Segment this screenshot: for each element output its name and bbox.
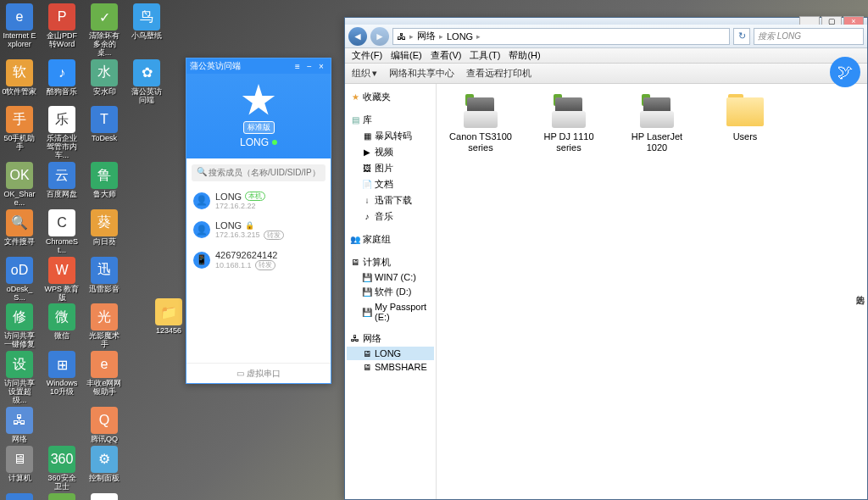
forward-button[interactable]: ► [370, 27, 389, 46]
homegroup-icon: 👥 [350, 235, 360, 245]
back-button[interactable]: ◄ [348, 27, 367, 46]
desktop-icon-odesk[interactable]: oDoDesk_S... [2, 257, 37, 303]
menu-edit[interactable]: 编辑(E) [387, 49, 426, 62]
vpn-title: 蒲公英访问端 [190, 60, 292, 72]
search-box[interactable]: 搜索 LONG [754, 28, 864, 45]
desktop-icon-network[interactable]: 🖧网络 [2, 407, 37, 444]
avatar-icon: 👤 [193, 192, 210, 209]
tree-item[interactable]: 🖼图片 [347, 160, 434, 176]
vpn-search-input[interactable] [192, 164, 326, 181]
explorer-content: Canon TS3100 series HP DJ 1110 series HP… [437, 84, 867, 499]
refresh-button[interactable]: ↻ [733, 28, 750, 45]
minimize-icon[interactable]: − [303, 62, 315, 71]
window-chrome: _ ▢ × [345, 18, 867, 25]
desktop-icon-baidu[interactable]: 云百度网盘 [44, 162, 80, 208]
remote-printer-button[interactable]: 查看远程打印机 [466, 67, 531, 80]
tree-item[interactable]: 💾WIN7 (C:) [347, 270, 434, 284]
content-item-printer[interactable]: Canon TS3100 series [447, 94, 515, 153]
menu-help[interactable]: 帮助(H) [505, 49, 543, 62]
content-item-printer[interactable]: HP DJ 1110 series [535, 94, 603, 153]
desktop-folder-123456[interactable]: 📁123456 [151, 298, 186, 336]
printer-icon [548, 94, 589, 128]
desktop-icon-phone[interactable]: 手50手机助手 [2, 106, 37, 160]
desktop-icon-sharefix[interactable]: 修访问共享一键修复 [2, 303, 37, 349]
tree-item[interactable]: 💾软件 (D:) [347, 284, 434, 300]
desktop-icon-shareset[interactable]: 设访问共享设置超级... [2, 351, 37, 405]
desktop-icon-xunlei[interactable]: 迅迅雷影音 [86, 257, 122, 303]
lock-icon: 🔒 [245, 221, 254, 230]
organize-button[interactable]: 组织 ▾ [352, 67, 377, 80]
content-item-folder[interactable]: Users [711, 94, 779, 153]
vpn-username: LONG [240, 136, 277, 148]
search-icon: 🔍 [197, 167, 207, 176]
desktop-icon-clean[interactable]: ✓清除坏有多余的桌... [86, 3, 122, 58]
desktop-icon-magic[interactable]: 光光影魔术手 [86, 303, 122, 349]
desktop-icon-okshare[interactable]: OKOK_Share... [2, 162, 37, 208]
desktop-icon-grid: eInternet Explorer P金山PDF转Word ✓清除坏有多余的桌… [2, 3, 171, 500]
tree-item[interactable]: ♪音乐 [347, 208, 434, 225]
desktop-icon-pdf[interactable]: P金山PDF转Word [44, 3, 80, 58]
desktop-icon-lu[interactable]: 鲁鲁大师 [86, 162, 122, 208]
tree-item-smb[interactable]: 🖥SMBSHARE [347, 360, 434, 374]
device-icon: 📱 [193, 252, 210, 269]
vpn-window: 蒲公英访问端 ≡ − × 标准版 LONG 🔍 👤 LONG本机 172.16.… [186, 58, 331, 384]
tree-favorites[interactable]: ★收藏夹 [347, 89, 434, 105]
desktop-icon-chromest[interactable]: CChromeSt... [44, 209, 80, 255]
printer-icon [637, 94, 677, 128]
desktop-icon-computer[interactable]: 🖥计算机 [2, 446, 37, 492]
menu-icon[interactable]: ≡ [292, 62, 303, 71]
address-bar[interactable]: 🖧▸ 网络▸ LONG▸ [392, 28, 730, 45]
desktop-icon-vpn[interactable]: ✿蒲公英访问端 [129, 59, 164, 105]
share-center-button[interactable]: 网络和共享中心 [389, 67, 454, 80]
desktop-icon-water[interactable]: 水安水印 [86, 59, 122, 105]
explorer-nav: ◄ ► 🖧▸ 网络▸ LONG▸ ↻ 搜索 LONG [345, 25, 867, 48]
desktop-icon-kugou[interactable]: ♪酷狗音乐 [44, 59, 80, 105]
desktop-icon-thunder[interactable]: ↓迅雷 [2, 493, 37, 500]
desktop-icon-win10[interactable]: ⊞Windows 10升级 [44, 351, 80, 405]
tree-network[interactable]: 🖧网络 [347, 331, 434, 347]
desktop-icon-ie[interactable]: eInternet Explorer [2, 3, 37, 58]
vpn-footer[interactable]: ▭ 虚拟串口 [186, 363, 331, 383]
printer-icon [460, 94, 501, 128]
vpn-badge: 标准版 [243, 121, 275, 134]
desktop-icon-qq[interactable]: Q腾讯QQ [86, 407, 122, 444]
tree-computer[interactable]: 🖥计算机 [347, 254, 434, 270]
tree-item[interactable]: ▶视频 [347, 144, 434, 160]
content-item-printer[interactable]: HP LaserJet 1020 [623, 94, 691, 153]
tree-library[interactable]: ▤库 [347, 112, 434, 128]
desktop-icon-todesk[interactable]: TToDesk [86, 106, 122, 160]
close-icon[interactable]: × [315, 62, 327, 71]
tree-item[interactable]: 💾My Passport (E:) [347, 300, 434, 324]
tree-item[interactable]: ↓迅雷下载 [347, 192, 434, 208]
desktop-icon-sunflower[interactable]: 葵向日葵 [86, 209, 122, 255]
vpn-member-item[interactable]: 👤 LONG🔒 172.16.3.215转发 [186, 215, 331, 246]
vpn-member-item[interactable]: 📱 426792624142 10.168.1.1转发 [186, 245, 331, 275]
menu-file[interactable]: 文件(F) [348, 49, 386, 62]
desktop-icon-bank[interactable]: e丰收e网网银助手 [86, 351, 122, 405]
network-icon: 🖧 [350, 334, 360, 344]
avatar-icon: 👤 [193, 221, 210, 238]
tree-item[interactable]: 📄文档 [347, 176, 434, 192]
tree-item-long[interactable]: 🖥LONG [347, 347, 434, 360]
desktop-icon-lq[interactable]: 乐乐清企业驾管市内车... [44, 106, 80, 160]
menu-tools[interactable]: 工具(T) [466, 49, 504, 62]
folder-icon [725, 94, 765, 128]
vpn-titlebar[interactable]: 蒲公英访问端 ≡ − × [186, 58, 331, 74]
tree-item[interactable]: ▦暴风转码 [347, 128, 434, 144]
desktop-icon-wps[interactable]: WWPS 教育版 [44, 257, 80, 303]
menu-view[interactable]: 查看(V) [427, 49, 465, 62]
desktop-icon-filesearch[interactable]: 🔍文件搜寻 [2, 209, 37, 255]
tree-homegroup[interactable]: 👥家庭组 [347, 231, 434, 247]
desktop-icon-clean2[interactable]: ✓清除坏有多余的驱动... [44, 493, 80, 500]
desktop-icon-wechat[interactable]: 微微信 [44, 303, 80, 349]
status-dot-icon [272, 140, 277, 145]
desktop-icon-sw[interactable]: 软0软件管家 [2, 59, 37, 105]
desktop-icon-bird[interactable]: 鸟小鸟壁纸 [129, 3, 164, 58]
desktop-icon-chrome[interactable]: ◉Google Chrome [86, 493, 122, 500]
vpn-header: 标准版 LONG [186, 74, 331, 158]
desktop-icon-control[interactable]: ⚙控制面板 [86, 446, 122, 492]
library-icon: ▤ [350, 115, 360, 125]
desktop-icon-360[interactable]: 360360安全卫士 [44, 446, 80, 492]
explorer-window: _ ▢ × ◄ ► 🖧▸ 网络▸ LONG▸ ↻ 搜索 LONG 文件(F) 编… [344, 17, 868, 500]
vpn-member-item[interactable]: 👤 LONG本机 172.16.2.22 [186, 186, 331, 215]
